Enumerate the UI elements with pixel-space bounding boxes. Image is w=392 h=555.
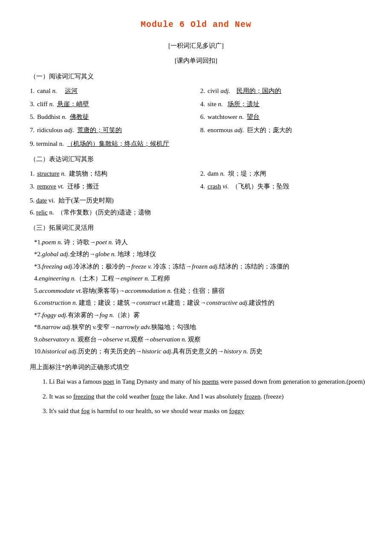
part1-label: （一）阅读词汇写其义 — [26, 71, 366, 82]
vocab-item-structure: 1. structure n. 建筑物；结构 — [30, 168, 196, 180]
expand-item-2: *2.global adj.全球的→globe n. 地球；地球仪 — [26, 248, 366, 260]
fill-blank-label: 用上面标注*的单词的正确形式填空 — [26, 361, 366, 373]
section2-header: [课内单词回扣] — [26, 55, 366, 66]
sentence-1: 1. Li Bai was a famous poet in Tang Dyna… — [30, 376, 366, 388]
part3-label: （三）拓展词汇灵活用 — [26, 222, 366, 234]
part2-label: （二）表达词汇写其形 — [26, 153, 366, 165]
expand-item-5: 5.accommodate vt.容纳(乘客等)→accommodation n… — [26, 285, 366, 297]
vocab-item-dam: 2. dam n. 坝；堤；水闸 — [200, 168, 366, 180]
vocab-item-cliff: 3. cliff n. 悬崖；峭壁 — [30, 98, 196, 110]
vocab-item-relic: 6. relic n. （常作复数）(历史的)遗迹；遗物 — [26, 206, 366, 219]
expand-item-3: *3.freezing adj.冷冰冰的；极冷的→freeze v. 冷冻；冻结… — [26, 260, 366, 273]
section1-header: [一积词汇见多识广] — [26, 40, 366, 52]
vocab-item-site: 4. site n. 场所；遗址 — [200, 98, 366, 110]
page-title: Module 6 Old and New — [26, 17, 366, 32]
expand-item-1: *1.poem n. 诗；诗歌→poet n. 诗人 — [26, 236, 366, 249]
vocab-item-watchtower: 6. watchtower n. 望台 — [200, 111, 366, 123]
vocab-item-buddhist: 5. Buddhist n. 佛教徒 — [30, 111, 196, 123]
expand-item-9: 9.observatory n. 观察台→observe vt.观察→obser… — [26, 333, 366, 346]
sentence-3: 3. It's said that fog is harmful to our … — [30, 405, 366, 417]
vocab-item-crash: 4. crash vi. （飞机）失事；坠毁 — [200, 180, 366, 193]
vocab-item-canal: 1. canal n. 运河 — [30, 85, 196, 97]
vocab-item-remove: 3. remove vt. 迁移；搬迁 — [30, 180, 196, 193]
expand-item-6: 6.construction n. 建造；建设；建筑→construct vt.… — [26, 297, 366, 309]
vocab-item-date: 5. date vi. 始于(某一历史时期) — [26, 194, 366, 207]
expand-item-4: 4.engineering n.（土木）工程→engineer n. 工程师 — [26, 272, 366, 285]
vocab-item-civil: 2. civil adj. 民用的；国内的 — [200, 85, 366, 97]
vocab-item-enormous: 8. enormous adj. 巨大的；庞大的 — [200, 124, 366, 136]
expand-item-7: *7.foggy adj.有浓雾的→fog n.（浓）雾 — [26, 309, 366, 321]
expand-item-8: *8.narrow adj.狭窄的 v.变窄→narrowly adv.狭隘地；… — [26, 321, 366, 333]
vocab-item-ridiculous: 7. ridiculous adj. 荒唐的；可笑的 — [30, 124, 196, 136]
expand-item-10: 10.historical adj.历史的；有关历史的→historic adj… — [26, 345, 366, 358]
sentence-2: 2. It was so freezing that the cold weat… — [30, 390, 366, 403]
vocab-item-terminal: 9. terminal n. （机场的）集散站；终点站；候机厅 — [26, 138, 366, 150]
